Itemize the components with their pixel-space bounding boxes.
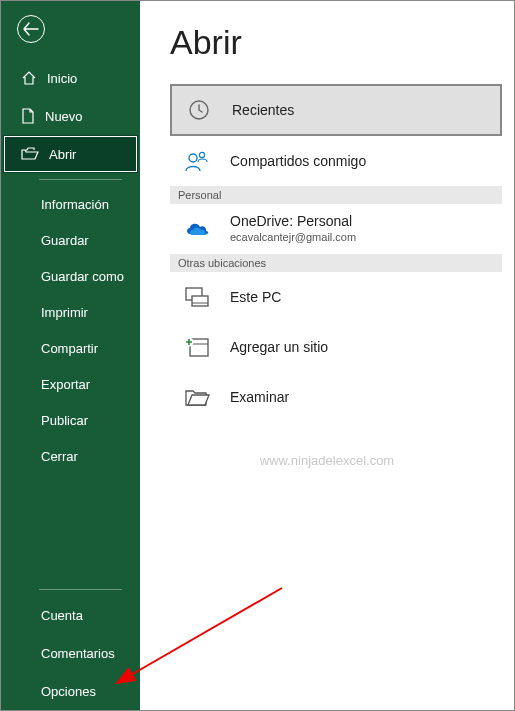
open-icon <box>21 147 39 161</box>
nav-label: Compartir <box>41 341 98 356</box>
nav-label: Exportar <box>41 377 90 392</box>
nav-nuevo[interactable]: Nuevo <box>1 97 140 135</box>
row-label: OneDrive: Personal <box>230 213 356 231</box>
sidebar-bottom: Cuenta Comentarios Opciones <box>1 596 140 710</box>
onedrive-icon <box>184 220 210 238</box>
svg-rect-4 <box>192 296 208 306</box>
sidebar: Inicio Nuevo Abrir Información Guardar G… <box>1 1 140 710</box>
svg-point-1 <box>189 154 197 162</box>
nav-label: Cuenta <box>41 608 83 623</box>
shared-icon <box>184 150 210 172</box>
nav-label: Comentarios <box>41 646 115 661</box>
separator <box>39 589 122 590</box>
nav-cerrar[interactable]: Cerrar <box>1 438 140 474</box>
thispc-icon <box>184 286 210 308</box>
back-button[interactable] <box>17 15 45 43</box>
nav-label: Guardar <box>41 233 89 248</box>
nav-abrir[interactable]: Abrir <box>3 135 138 173</box>
row-examinar[interactable]: Examinar <box>170 372 502 422</box>
watermark: www.ninjadelexcel.com <box>140 453 514 468</box>
row-recientes[interactable]: Recientes <box>170 84 502 136</box>
nav-label: Abrir <box>49 147 76 162</box>
nav-opciones[interactable]: Opciones <box>1 672 140 710</box>
nav-compartir[interactable]: Compartir <box>1 330 140 366</box>
row-estepc[interactable]: Este PC <box>170 272 502 322</box>
nav-imprimir[interactable]: Imprimir <box>1 294 140 330</box>
home-icon <box>21 70 37 86</box>
back-arrow-icon <box>23 22 39 36</box>
svg-point-2 <box>199 152 204 157</box>
row-label: Este PC <box>230 289 281 305</box>
separator <box>39 179 122 180</box>
app-window: Inicio Nuevo Abrir Información Guardar G… <box>0 0 515 711</box>
new-icon <box>21 108 35 124</box>
row-onedrive[interactable]: OneDrive: Personal ecavalcantejr@gmail.c… <box>170 204 502 254</box>
nav-cuenta[interactable]: Cuenta <box>1 596 140 634</box>
open-locations: Recientes Compartidos conmigo Personal <box>170 84 502 422</box>
row-sublabel: ecavalcantejr@gmail.com <box>230 231 356 245</box>
section-header-otras: Otras ubicaciones <box>170 254 502 272</box>
row-label: Examinar <box>230 389 289 405</box>
row-compartidos[interactable]: Compartidos conmigo <box>170 136 502 186</box>
nav-label: Inicio <box>47 71 77 86</box>
addsite-icon <box>184 336 210 358</box>
nav-publicar[interactable]: Publicar <box>1 402 140 438</box>
row-label: Recientes <box>232 102 294 118</box>
browse-icon <box>184 387 210 407</box>
row-label: Compartidos conmigo <box>230 153 366 169</box>
nav-label: Guardar como <box>41 269 124 284</box>
nav-label: Información <box>41 197 109 212</box>
sidebar-spacer <box>1 474 140 583</box>
nav-label: Publicar <box>41 413 88 428</box>
nav-label: Nuevo <box>45 109 83 124</box>
nav-label: Opciones <box>41 684 96 699</box>
nav-label: Cerrar <box>41 449 78 464</box>
clock-icon <box>187 98 211 122</box>
nav-inicio[interactable]: Inicio <box>1 59 140 97</box>
nav-informacion[interactable]: Información <box>1 186 140 222</box>
nav-exportar[interactable]: Exportar <box>1 366 140 402</box>
section-header-personal: Personal <box>170 186 502 204</box>
row-agregar-sitio[interactable]: Agregar un sitio <box>170 322 502 372</box>
page-title: Abrir <box>170 23 502 62</box>
nav-label: Imprimir <box>41 305 88 320</box>
nav-comentarios[interactable]: Comentarios <box>1 634 140 672</box>
nav-guardar-como[interactable]: Guardar como <box>1 258 140 294</box>
row-label: Agregar un sitio <box>230 339 328 355</box>
nav-guardar[interactable]: Guardar <box>1 222 140 258</box>
main-panel: Abrir Recientes Compartidos conmig <box>140 1 514 710</box>
